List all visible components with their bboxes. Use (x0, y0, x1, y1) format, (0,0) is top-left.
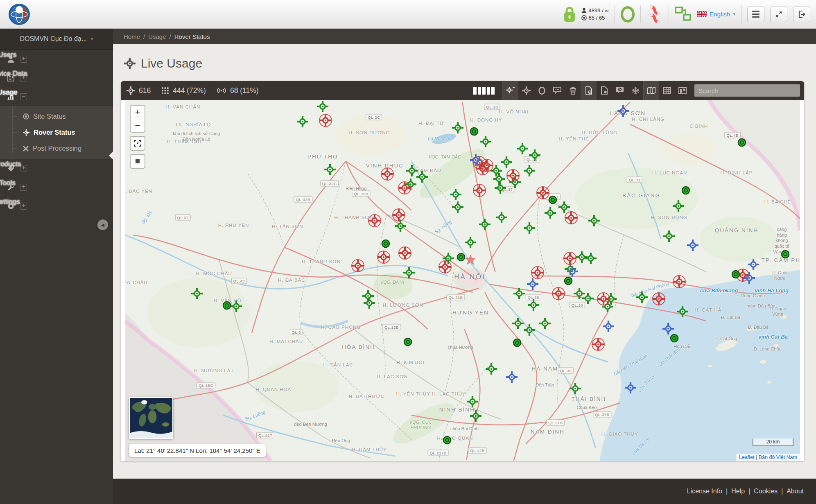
zoom-in-button[interactable]: + (131, 106, 145, 119)
export-log-button[interactable] (581, 81, 597, 100)
rover-marker-alert[interactable] (506, 169, 520, 184)
org-selector[interactable]: DOSMVN Cục Đo đạ... ▾ (0, 29, 113, 50)
rover-marker-alert[interactable] (398, 181, 411, 197)
cookies-link[interactable]: Cookies (754, 488, 778, 495)
expand-icon[interactable]: + (20, 56, 27, 63)
rover-marker-green[interactable] (538, 316, 552, 332)
leaflet-link[interactable]: Leaflet (739, 454, 755, 460)
fit-extent-button[interactable] (131, 137, 145, 150)
rover-marker-alert[interactable] (472, 183, 486, 199)
sidebar-item-tools[interactable]: Tools + (0, 178, 113, 197)
rover-marker-green[interactable] (451, 121, 465, 136)
rover-marker-green[interactable] (635, 290, 649, 306)
split-view-button[interactable] (675, 81, 690, 100)
site-marker-green[interactable] (780, 249, 790, 261)
rover-marker-blue[interactable] (616, 104, 630, 120)
sidebar-item-rover-status[interactable]: Rover Status (0, 124, 113, 140)
license-info-link[interactable]: License Info (687, 488, 722, 495)
rover-marker-alert[interactable] (552, 287, 565, 302)
rover-marker-alert[interactable] (398, 246, 412, 262)
table-view-button[interactable] (659, 81, 675, 100)
sidebar-item-site-status[interactable]: Site Status (0, 108, 113, 124)
rover-marker-green[interactable] (484, 362, 498, 377)
site-marker-green[interactable] (737, 138, 747, 149)
rover-marker-blue[interactable] (601, 319, 615, 335)
ring-status-icon[interactable] (621, 6, 635, 23)
rover-marker-green[interactable] (522, 323, 536, 339)
rover-marker-blue[interactable] (505, 370, 519, 386)
rover-marker-alert[interactable] (380, 167, 394, 183)
hide-rovers-button[interactable] (502, 81, 518, 100)
export-protected-button[interactable] (597, 81, 612, 100)
site-marker-green[interactable] (456, 252, 466, 264)
site-marker-green[interactable] (548, 195, 558, 206)
collapse-icon[interactable]: − (20, 93, 27, 100)
logout-button[interactable] (793, 7, 810, 22)
site-marker-green[interactable] (442, 435, 452, 447)
rover-marker-alert[interactable] (597, 292, 610, 307)
rover-marker-green[interactable] (527, 298, 540, 314)
rover-marker-green[interactable] (568, 382, 582, 397)
rover-marker-green[interactable] (662, 229, 676, 245)
freeze-button[interactable] (628, 81, 643, 100)
rover-marker-green[interactable] (543, 206, 557, 221)
rover-marker-green[interactable] (584, 251, 598, 267)
rover-marker-alert[interactable] (392, 208, 406, 224)
site-marker-green[interactable] (469, 127, 479, 138)
site-marker-green[interactable] (381, 239, 391, 250)
rover-marker-alert[interactable] (672, 275, 686, 290)
rover-marker-blue[interactable] (686, 238, 700, 254)
rover-marker-alert[interactable] (377, 250, 391, 266)
sidebar-item-post-processing[interactable]: Post Processing (0, 140, 113, 156)
mute-messages-button[interactable] (612, 81, 628, 100)
show-sites-button[interactable] (534, 81, 549, 100)
help-link[interactable]: Help (731, 488, 745, 495)
rover-marker-green[interactable] (316, 100, 330, 115)
sidebar-item-products[interactable]: Products + (0, 159, 113, 178)
rover-marker-green[interactable] (493, 181, 507, 197)
show-rovers-button[interactable] (518, 81, 534, 100)
rover-marker-green[interactable] (522, 164, 536, 179)
sidebar-collapse-button[interactable]: ◄ (97, 219, 108, 230)
search-input[interactable] (694, 84, 800, 97)
rover-marker-green[interactable] (478, 217, 492, 233)
rover-marker-green[interactable] (323, 163, 337, 178)
rover-marker-blue[interactable] (469, 153, 483, 169)
overview-minimap[interactable] (129, 397, 173, 439)
rover-marker-green[interactable] (415, 170, 429, 185)
rover-marker-green[interactable] (495, 210, 509, 226)
rover-marker-green[interactable] (190, 287, 204, 302)
messages-button[interactable] (549, 81, 565, 100)
rover-marker-blue[interactable] (526, 277, 540, 293)
rover-marker-blue[interactable] (624, 381, 637, 396)
rover-marker-green[interactable] (469, 409, 483, 425)
rover-marker-alert[interactable] (351, 259, 365, 274)
rover-marker-green[interactable] (671, 199, 685, 215)
rover-marker-green[interactable] (676, 305, 689, 320)
broken-link-icon[interactable] (646, 5, 663, 23)
rover-marker-alert[interactable] (438, 260, 452, 276)
rover-marker-green[interactable] (402, 266, 416, 281)
expand-icon[interactable]: + (20, 75, 27, 81)
site-marker-green[interactable] (563, 276, 573, 287)
rover-marker-blue[interactable] (746, 258, 760, 273)
site-marker-green[interactable] (512, 338, 522, 349)
rover-marker-green[interactable] (296, 115, 310, 130)
expand-icon[interactable]: + (20, 184, 27, 191)
sidebar-item-settings[interactable]: Settings + (0, 197, 113, 215)
rover-marker-alert[interactable] (368, 214, 382, 229)
rover-marker-alert[interactable] (591, 337, 605, 353)
rover-marker-green[interactable] (451, 200, 465, 216)
site-marker-green[interactable] (403, 337, 413, 348)
site-marker-green[interactable] (731, 269, 741, 281)
expand-icon[interactable]: + (20, 203, 27, 210)
basemap-link[interactable]: Bản đồ Việt Nam (759, 454, 797, 460)
rover-marker-alert[interactable] (652, 292, 666, 307)
rover-marker-green[interactable] (587, 214, 601, 229)
expand-icon[interactable]: + (20, 165, 27, 172)
draw-rectangle-button[interactable] (131, 155, 145, 168)
rover-marker-blue[interactable] (742, 271, 756, 287)
menu-button[interactable] (747, 7, 764, 22)
rover-marker-green[interactable] (522, 221, 536, 237)
fullscreen-button[interactable] (770, 7, 787, 22)
